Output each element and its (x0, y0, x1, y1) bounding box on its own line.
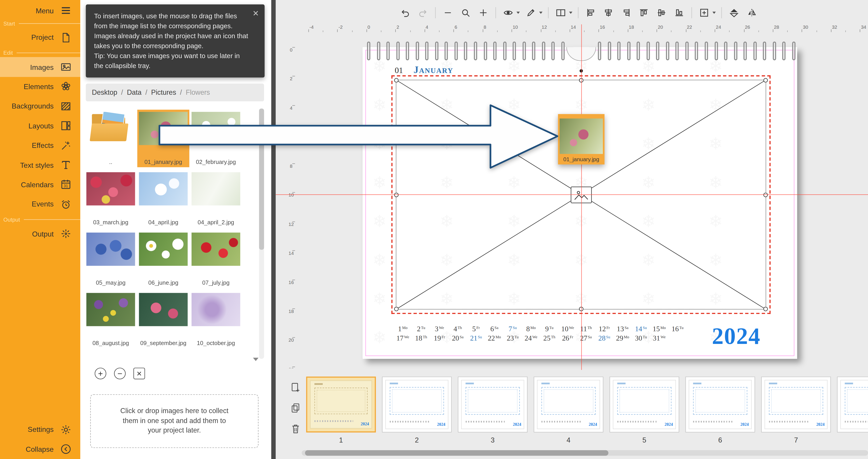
align-bottom-button[interactable] (673, 6, 686, 20)
page-year: 2024 (712, 323, 761, 349)
calendar-day: 2Tu (412, 323, 430, 333)
sidebar-item-calendars[interactable]: Calendars 31 (0, 175, 80, 194)
page-thumbnail-preview: 2024 (385, 380, 448, 429)
page-thumbnail[interactable]: 2024 5 (610, 376, 679, 444)
chevron-down-icon[interactable] (569, 11, 572, 14)
page-thumbnail-frame[interactable]: 2024 (382, 376, 452, 432)
page-thumbnail-frame[interactable]: 2024 (534, 376, 603, 432)
mini-month-label (314, 383, 322, 385)
sidebar-item-label: Effects (32, 141, 54, 150)
image-grid-item[interactable]: 02_february.jpg (190, 110, 242, 167)
align-left-button[interactable] (584, 6, 597, 20)
flip-vertical-button[interactable] (727, 6, 741, 20)
breadcrumb-segment[interactable]: Desktop (92, 89, 127, 96)
page-thumbnail[interactable]: 2024 (837, 376, 868, 444)
page-thumbnail-frame[interactable]: 2024 (685, 376, 755, 432)
sidebar-item-output[interactable]: Output (0, 224, 80, 244)
rotate-handle[interactable] (579, 69, 583, 72)
resize-handle[interactable] (763, 78, 768, 83)
zoom-in-button[interactable]: + (95, 368, 106, 379)
ruler-tick: 30 (802, 24, 831, 32)
clear-selection-button[interactable]: ✕ (133, 368, 145, 379)
sidebar-item-text-styles[interactable]: Text styles (0, 155, 80, 175)
annotate-button[interactable] (524, 6, 537, 20)
chevron-down-icon[interactable] (539, 11, 542, 14)
zoom-out-button[interactable] (441, 6, 455, 20)
page-thumbnail[interactable]: 2024 6 (685, 376, 755, 444)
resize-handle[interactable] (394, 307, 399, 311)
page-thumbnail-frame[interactable]: 2024 (458, 376, 528, 432)
page-thumbnail-frame[interactable]: 2024 (837, 376, 868, 432)
duplicate-page-button[interactable] (290, 402, 301, 414)
resize-handle[interactable] (763, 307, 768, 311)
page-spread-button[interactable] (554, 6, 567, 20)
sidebar-item-events[interactable]: Events (0, 194, 80, 214)
center-on-page-button[interactable] (698, 6, 711, 20)
image-grid-item[interactable]: 01_january.jpg (137, 110, 189, 167)
sidebar-item-backgrounds[interactable]: Backgrounds (0, 96, 80, 116)
sidebar-item-images[interactable]: Images (0, 57, 80, 77)
page-thumbnail-frame[interactable]: 2024 (761, 376, 831, 432)
breadcrumb-segment[interactable]: Flowers (186, 89, 210, 96)
panel-canvas-divider[interactable] (271, 0, 276, 459)
align-top-button[interactable] (637, 6, 651, 20)
image-grid-item[interactable]: 06_june.jpg (137, 231, 189, 288)
add-page-button[interactable] (290, 382, 301, 393)
close-icon[interactable]: ✕ (252, 9, 259, 17)
filmstrip-scrollbar[interactable] (302, 450, 868, 456)
image-grid-item[interactable]: 08_august.jpg (85, 291, 137, 348)
undo-button[interactable] (399, 6, 412, 20)
calendar-day: 25Th (540, 333, 559, 342)
align-center-button[interactable] (602, 6, 615, 20)
zoom-in-button[interactable] (477, 6, 490, 20)
redo-button[interactable] (416, 6, 430, 20)
resize-handle[interactable] (579, 307, 583, 311)
breadcrumb-segment[interactable]: Pictures (151, 89, 186, 96)
resize-handle[interactable] (579, 78, 583, 83)
delete-page-button[interactable] (290, 423, 301, 434)
chevron-down-icon[interactable] (712, 11, 716, 14)
panel-scrollbar[interactable] (259, 109, 264, 359)
sidebar-item-project[interactable]: Project (0, 28, 80, 47)
sidebar-item-layouts[interactable]: Layouts (0, 116, 80, 136)
dragged-image-thumbnail[interactable]: 01_january.jpg (558, 114, 604, 164)
image-grid-item[interactable]: 10_october.jpg (190, 291, 242, 348)
calendar-page[interactable]: 01 January (363, 47, 797, 359)
text-styles-icon (60, 159, 72, 171)
image-grid-item[interactable]: 04_april_2.jpg (190, 170, 242, 228)
sidebar-item-elements[interactable]: Elements (0, 77, 80, 96)
zoom-tool-icon[interactable] (459, 6, 472, 20)
image-grid-item[interactable]: 09_september.jpg (137, 291, 189, 348)
image-grid-item[interactable]: .. (85, 110, 137, 167)
page-thumbnail-frame[interactable]: 2024 (610, 376, 679, 432)
page-thumbnail[interactable]: 2024 4 (534, 376, 603, 444)
resize-handle[interactable] (394, 78, 399, 83)
scroll-down-icon[interactable] (253, 358, 258, 361)
page-thumbnail[interactable]: 2024 2 (382, 376, 452, 444)
zoom-out-button[interactable]: − (114, 368, 125, 379)
sidebar-item-settings[interactable]: Settings (0, 420, 80, 439)
align-right-button[interactable] (619, 6, 633, 20)
filmstrip-scrollbar-thumb[interactable] (305, 450, 608, 456)
sidebar-item-collapse[interactable]: Collapse (0, 439, 80, 459)
sidebar-item-effects[interactable]: Effects (0, 136, 80, 155)
image-grid-item[interactable]: 04_april.jpg (137, 170, 189, 228)
page-thumbnail-frame[interactable]: 2024 (306, 376, 376, 432)
image-grid-item[interactable]: 03_march.jpg (85, 170, 137, 228)
flip-horizontal-button[interactable] (745, 6, 758, 20)
spiral-ring (367, 41, 370, 60)
image-grid-item[interactable]: 05_may.jpg (85, 231, 137, 288)
chevron-down-icon[interactable] (517, 11, 520, 14)
page-thumbnail[interactable]: 2024 1 (306, 376, 376, 444)
page-thumbnail[interactable]: 2024 3 (458, 376, 528, 444)
panel-scrollbar-thumb[interactable] (259, 109, 264, 250)
calendar-day: 14Su (632, 323, 650, 333)
page-thumbnail[interactable]: 2024 7 (761, 376, 831, 444)
calendar-day: 4Th (448, 323, 467, 333)
menu-button[interactable]: Menu (0, 3, 80, 18)
image-collect-tray[interactable]: Click or drop images here to collect the… (90, 394, 258, 448)
breadcrumb-segment[interactable]: Data (127, 89, 151, 96)
visibility-button[interactable] (502, 6, 515, 20)
align-middle-button[interactable] (655, 6, 668, 20)
image-grid-item[interactable]: 07_july.jpg (190, 231, 242, 288)
